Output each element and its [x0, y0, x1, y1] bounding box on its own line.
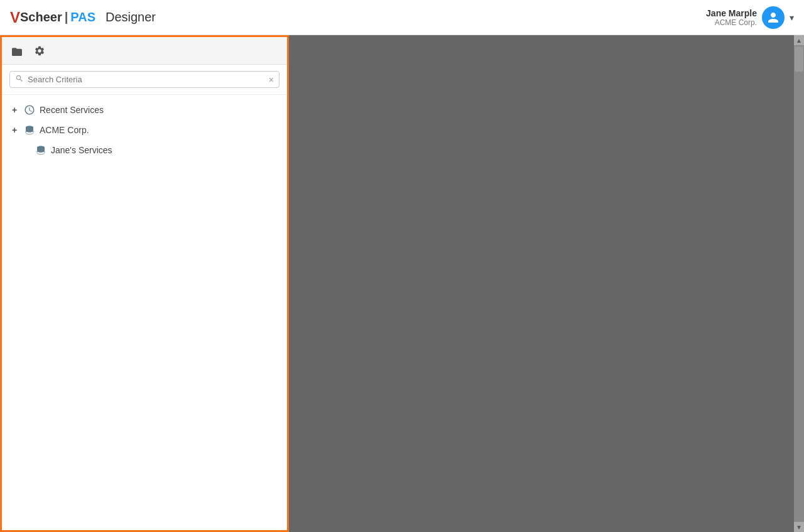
scrollbar-up-arrow[interactable]: ▲ [794, 35, 804, 45]
clock-icon [23, 104, 36, 116]
user-info: Jane Marple ACME Corp. [706, 8, 757, 27]
acme-corp-label: ACME Corp. [40, 125, 89, 135]
logo-divider: | [65, 10, 68, 24]
logo-pas: PAS [70, 10, 95, 24]
left-panel: × + Recent Services + [0, 35, 289, 532]
app-header: VScheer|PAS Designer Jane Marple ACME Co… [0, 0, 804, 35]
logo-v: V [10, 9, 20, 26]
header-user-area: Jane Marple ACME Corp. ▾ [706, 6, 794, 29]
app-name-designer: Designer [106, 10, 156, 24]
search-area: × [2, 65, 287, 95]
user-dropdown-arrow[interactable]: ▾ [790, 13, 794, 23]
user-avatar-button[interactable] [762, 6, 785, 29]
scrollbar-down-arrow[interactable]: ▼ [794, 522, 804, 532]
search-clear-button[interactable]: × [269, 75, 274, 85]
settings-button[interactable] [30, 41, 50, 61]
tree-item-acme-corp[interactable]: + ACME Corp. [2, 120, 287, 140]
search-input[interactable] [28, 75, 265, 84]
db-icon-janes [35, 144, 47, 156]
tree-list: + Recent Services + [2, 95, 287, 530]
tree-item-janes-services[interactable]: Jane's Services [2, 140, 287, 160]
scrollbar-handle[interactable] [795, 46, 803, 72]
left-toolbar [2, 37, 287, 65]
logo-scheer-text: Scheer [20, 10, 62, 24]
tree-item-recent-services[interactable]: + Recent Services [2, 100, 287, 120]
db-icon-acme [23, 124, 36, 136]
user-company-label: ACME Corp. [706, 18, 757, 27]
expand-recent-services[interactable]: + [9, 105, 19, 115]
right-scrollbar: ▲ ▼ [794, 35, 804, 532]
search-icon [15, 74, 24, 85]
folder-button[interactable] [7, 41, 27, 61]
scrollbar-thumb-area [794, 45, 804, 522]
recent-services-label: Recent Services [40, 105, 104, 115]
main-area: × + Recent Services + [0, 35, 804, 532]
app-logo: VScheer|PAS [10, 9, 95, 26]
user-name-label: Jane Marple [706, 8, 757, 18]
right-panel: ▲ ▼ [289, 35, 804, 532]
janes-services-label: Jane's Services [51, 145, 112, 155]
expand-acme-corp[interactable]: + [9, 125, 19, 135]
header-logo-area: VScheer|PAS Designer [10, 9, 156, 26]
search-box: × [9, 71, 280, 88]
